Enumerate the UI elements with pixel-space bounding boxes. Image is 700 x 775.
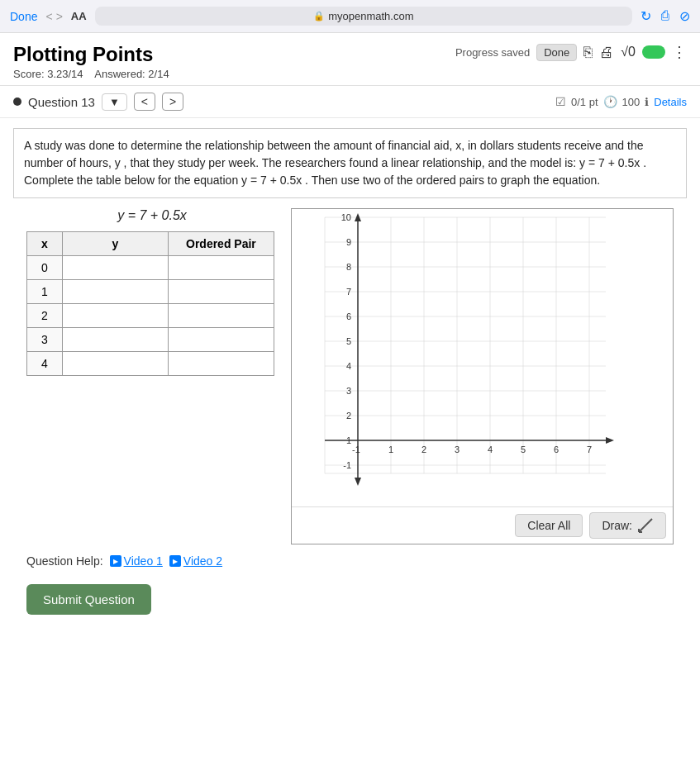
svg-text:3: 3 xyxy=(346,386,351,396)
progress-saved-text: Progress saved xyxy=(455,46,530,59)
cell-x-4: 4 xyxy=(27,352,63,376)
input-y-0[interactable] xyxy=(71,261,160,274)
svg-text:10: 10 xyxy=(341,212,351,222)
col-y-header: y xyxy=(62,232,168,256)
lock-icon: 🔒 xyxy=(313,11,325,21)
address-bar[interactable]: 🔒 myopenmath.com xyxy=(95,7,632,26)
input-pair-0[interactable] xyxy=(177,261,265,274)
browser-back-arrow[interactable]: < xyxy=(45,10,52,23)
more-options-icon[interactable]: ⋮ xyxy=(672,43,687,61)
cell-y-4[interactable] xyxy=(62,352,168,376)
sqrt-icon: √0 xyxy=(621,45,636,59)
input-y-2[interactable] xyxy=(71,309,160,322)
question-nav-right: ☑ 0/1 pt 🕐 100 ℹ Details xyxy=(555,95,687,108)
question-nav: Question 13 ▼ < > ☑ 0/1 pt 🕐 100 ℹ Detai… xyxy=(0,86,700,118)
url-text: myopenmath.com xyxy=(328,10,413,22)
svg-text:6: 6 xyxy=(554,445,559,454)
cell-y-0[interactable] xyxy=(62,256,168,280)
cell-x-1: 1 xyxy=(27,280,63,304)
header-right: Progress saved Done ⎘ 🖨 √0 ⋮ xyxy=(455,43,687,61)
graph-container[interactable]: 10 9 8 7 6 5 4 3 2 1 -1 -1 1 2 xyxy=(291,208,674,544)
input-y-4[interactable] xyxy=(71,357,160,370)
col-pair-header: Ordered Pair xyxy=(168,232,274,256)
input-pair-3[interactable] xyxy=(177,333,265,346)
answered-text: Answered: 2/14 xyxy=(94,68,169,80)
table-row: 3 xyxy=(27,328,274,352)
toggle-switch[interactable] xyxy=(642,45,665,59)
cell-y-2[interactable] xyxy=(62,304,168,328)
table-row: 1 xyxy=(27,280,274,304)
svg-text:5: 5 xyxy=(346,336,351,346)
aa-button[interactable]: AA xyxy=(71,10,87,22)
svg-text:1: 1 xyxy=(388,445,393,454)
input-pair-4[interactable] xyxy=(177,357,265,370)
graph-buttons: Clear All Draw: xyxy=(292,506,673,544)
main-content: Plotting Points Score: 3.23/14 Answered:… xyxy=(0,33,700,775)
cell-pair-1[interactable] xyxy=(168,280,274,304)
browser-bar: Done < > AA 🔒 myopenmath.com ↻ ⎙ ⊘ xyxy=(0,0,700,33)
submit-section: Submit Question xyxy=(13,578,687,631)
info-icon: ℹ xyxy=(645,96,649,108)
cell-pair-4[interactable] xyxy=(168,352,274,376)
page-title-section: Plotting Points Score: 3.23/14 Answered:… xyxy=(13,43,169,80)
svg-text:4: 4 xyxy=(346,361,351,371)
clear-all-button[interactable]: Clear All xyxy=(515,514,583,537)
svg-text:1: 1 xyxy=(346,435,351,445)
browser-done-button[interactable]: Done xyxy=(10,10,37,23)
table-row: 2 xyxy=(27,304,274,328)
svg-text:2: 2 xyxy=(346,411,351,421)
cell-pair-3[interactable] xyxy=(168,328,274,352)
submit-button[interactable]: Submit Question xyxy=(26,584,151,615)
question-nav-left: Question 13 ▼ < > xyxy=(13,93,183,111)
video1-link[interactable]: ▶ Video 1 xyxy=(110,554,163,568)
copy-icon[interactable]: ⎘ xyxy=(583,44,593,61)
graph-svg[interactable]: 10 9 8 7 6 5 4 3 2 1 -1 -1 1 2 xyxy=(292,209,614,506)
cell-pair-0[interactable] xyxy=(168,256,274,280)
svg-text:7: 7 xyxy=(587,445,592,454)
points-text: 0/1 pt xyxy=(571,96,598,108)
question-next-arrow[interactable]: > xyxy=(162,93,183,111)
print-icon[interactable]: 🖨 xyxy=(599,44,614,61)
question-prev-arrow[interactable]: < xyxy=(134,93,155,111)
details-link[interactable]: Details xyxy=(654,96,687,108)
svg-text:9: 9 xyxy=(346,237,351,247)
page-header: Plotting Points Score: 3.23/14 Answered:… xyxy=(0,33,700,86)
data-table: x y Ordered Pair 01234 xyxy=(26,231,274,376)
cell-x-0: 0 xyxy=(27,256,63,280)
input-pair-1[interactable] xyxy=(177,285,265,298)
draw-icon xyxy=(637,517,654,534)
share-icon[interactable]: ⎙ xyxy=(661,8,669,24)
svg-text:-1: -1 xyxy=(343,460,351,470)
col-x-header: x xyxy=(27,232,63,256)
svg-text:7: 7 xyxy=(346,287,351,297)
attempts-text: 100 xyxy=(622,96,640,108)
draw-button[interactable]: Draw: xyxy=(589,512,666,539)
left-section: y = 7 + 0.5x x y Ordered Pair 01234 xyxy=(26,208,291,376)
input-y-1[interactable] xyxy=(71,285,160,298)
question-dropdown[interactable]: ▼ xyxy=(102,93,127,111)
input-y-3[interactable] xyxy=(71,333,160,346)
done-badge: Done xyxy=(536,44,577,61)
browser-nav[interactable]: < > xyxy=(45,10,62,23)
cell-y-3[interactable] xyxy=(62,328,168,352)
draw-label: Draw: xyxy=(602,519,632,532)
clock-icon: 🕐 xyxy=(603,95,617,108)
equation-label: y = 7 + 0.5x xyxy=(26,208,278,223)
svg-text:2: 2 xyxy=(421,445,426,454)
question-dot xyxy=(13,97,21,106)
svg-text:-1: -1 xyxy=(352,445,360,454)
block-icon[interactable]: ⊘ xyxy=(679,8,690,24)
problem-text: A study was done to determine the relati… xyxy=(13,128,687,198)
cell-pair-2[interactable] xyxy=(168,304,274,328)
video2-label: Video 2 xyxy=(183,554,222,568)
header-icons: ⎘ 🖨 √0 ⋮ xyxy=(583,43,687,61)
question-label: Question 13 xyxy=(28,95,95,109)
browser-forward-arrow[interactable]: > xyxy=(56,10,63,23)
video2-link[interactable]: ▶ Video 2 xyxy=(169,554,222,568)
refresh-icon[interactable]: ↻ xyxy=(640,8,651,24)
input-pair-2[interactable] xyxy=(177,309,265,322)
cell-x-2: 2 xyxy=(27,304,63,328)
play1-icon: ▶ xyxy=(110,555,121,567)
cell-y-1[interactable] xyxy=(62,280,168,304)
video1-label: Video 1 xyxy=(124,554,163,568)
